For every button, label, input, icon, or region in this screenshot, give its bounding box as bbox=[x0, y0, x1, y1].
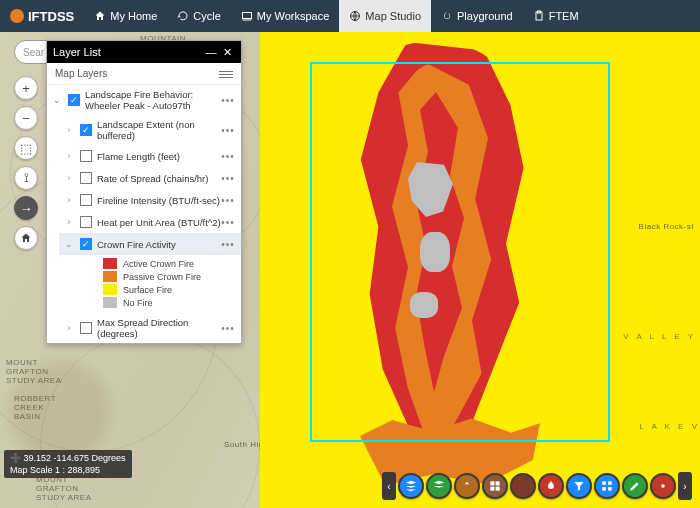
locate-button[interactable]: ⟟ bbox=[14, 166, 38, 190]
nav-cycle-label: Cycle bbox=[193, 10, 221, 22]
layer-row-ros[interactable]: › Rate of Spread (chains/hr) ••• bbox=[59, 167, 241, 189]
nav-playground[interactable]: Playground bbox=[431, 0, 523, 32]
dock-buttons bbox=[398, 473, 676, 499]
coordinate-readout: ➕ 39.152 -114.675 Degrees Map Scale 1 : … bbox=[4, 450, 132, 478]
layer-row-extent[interactable]: › Landscape Extent (non buffered) ••• bbox=[59, 115, 241, 145]
layer-label: Fireline Intensity (BTU/ft-sec) bbox=[97, 195, 221, 206]
swatch-surface bbox=[103, 284, 117, 295]
layer-row-hpua[interactable]: › Heat per Unit Area (BTU/ft^2) ••• bbox=[59, 211, 241, 233]
collapse-icon[interactable]: ⌄ bbox=[51, 95, 63, 105]
layer-more-icon[interactable]: ••• bbox=[221, 125, 235, 136]
map-label: MOUNT GRAFTON STUDY AREA bbox=[36, 475, 92, 502]
layer-more-icon[interactable]: ••• bbox=[221, 217, 235, 228]
zoom-in-button[interactable]: + bbox=[14, 76, 38, 100]
nav-workspace[interactable]: My Workspace bbox=[231, 0, 340, 32]
measure-tool[interactable] bbox=[510, 473, 536, 499]
layer-more-icon[interactable]: ••• bbox=[221, 239, 235, 250]
layers-tool[interactable] bbox=[398, 473, 424, 499]
layer-row-crownfire[interactable]: ⌄ Crown Fire Activity ••• bbox=[59, 233, 241, 255]
map-label: MOUNT GRAFTON STUDY AREA bbox=[6, 358, 62, 385]
layer-checkbox[interactable] bbox=[80, 238, 92, 250]
settings-tool[interactable] bbox=[650, 473, 676, 499]
layer-more-icon[interactable]: ••• bbox=[221, 195, 235, 206]
expand-icon[interactable]: › bbox=[63, 323, 75, 333]
svg-rect-5 bbox=[496, 481, 500, 485]
panel-title: Layer List bbox=[53, 46, 101, 58]
layer-more-icon[interactable]: ••• bbox=[221, 323, 235, 334]
close-icon[interactable]: ✕ bbox=[219, 46, 235, 59]
layer-label: Rate of Spread (chains/hr) bbox=[97, 173, 221, 184]
nav-home[interactable]: My Home bbox=[84, 0, 167, 32]
swatch-nofire bbox=[103, 297, 117, 308]
expand-icon[interactable]: › bbox=[63, 217, 75, 227]
collapse-icon[interactable]: ⌄ bbox=[63, 239, 75, 249]
basemap-tool[interactable] bbox=[482, 473, 508, 499]
layer-checkbox[interactable] bbox=[80, 172, 92, 184]
layer-checkbox[interactable] bbox=[80, 150, 92, 162]
nav-workspace-label: My Workspace bbox=[257, 10, 330, 22]
next-extent-button[interactable]: → bbox=[14, 196, 38, 220]
layer-checkbox[interactable] bbox=[68, 94, 80, 106]
top-nav: IFTDSS My Home Cycle My Workspace Map St… bbox=[0, 0, 700, 32]
svg-rect-7 bbox=[496, 487, 500, 491]
coord-line: ➕ 39.152 -114.675 Degrees bbox=[10, 452, 126, 464]
zoom-out-button[interactable]: − bbox=[14, 106, 38, 130]
layer-label: Landscape Fire Behavior: Wheeler Peak - … bbox=[85, 89, 221, 111]
expand-icon[interactable]: › bbox=[63, 125, 75, 135]
panel-subtitle: Map Layers bbox=[55, 68, 107, 79]
nav-mapstudio-label: Map Studio bbox=[365, 10, 421, 22]
panel-subheader: Map Layers bbox=[47, 63, 241, 85]
landscape-tool[interactable] bbox=[426, 473, 452, 499]
minimize-icon[interactable]: — bbox=[203, 46, 219, 58]
expand-icon[interactable]: › bbox=[63, 195, 75, 205]
home-icon bbox=[94, 10, 106, 22]
layer-checkbox[interactable] bbox=[80, 322, 92, 334]
expand-icon[interactable]: › bbox=[63, 173, 75, 183]
crownfire-legend: Active Crown Fire Passive Crown Fire Sur… bbox=[59, 255, 241, 313]
flame-icon bbox=[441, 10, 453, 22]
clipboard-icon bbox=[533, 10, 545, 22]
layer-list-panel: Layer List — ✕ Map Layers ⌄ Landscape Fi… bbox=[46, 40, 242, 344]
panel-menu-icon[interactable] bbox=[219, 69, 233, 79]
scale-line: Map Scale 1 : 288,895 bbox=[10, 464, 126, 476]
layer-checkbox[interactable] bbox=[80, 194, 92, 206]
svg-rect-6 bbox=[490, 487, 494, 491]
svg-rect-10 bbox=[602, 487, 606, 491]
default-extent-button[interactable]: ⬚ bbox=[14, 136, 38, 160]
legend-item: Active Crown Fire bbox=[103, 257, 241, 270]
swatch-passive bbox=[103, 271, 117, 282]
legend-item: No Fire bbox=[103, 296, 241, 309]
dock-scroll-left[interactable]: ‹ bbox=[382, 472, 396, 500]
nav-cycle[interactable]: Cycle bbox=[167, 0, 231, 32]
svg-rect-0 bbox=[242, 13, 251, 19]
map-controls: + − ⬚ ⟟ → bbox=[14, 76, 38, 250]
layer-row-flamelength[interactable]: › Flame Length (feet) ••• bbox=[59, 145, 241, 167]
nav-ftem[interactable]: FTEM bbox=[523, 0, 589, 32]
layer-checkbox[interactable] bbox=[80, 216, 92, 228]
upload-tool[interactable] bbox=[454, 473, 480, 499]
grid-tool[interactable] bbox=[594, 473, 620, 499]
filter-tool[interactable] bbox=[566, 473, 592, 499]
layer-row-fireline[interactable]: › Fireline Intensity (BTU/ft-sec) ••• bbox=[59, 189, 241, 211]
dock-scroll-right[interactable]: › bbox=[678, 472, 692, 500]
aoi-extent bbox=[310, 62, 610, 442]
layer-more-icon[interactable]: ••• bbox=[221, 173, 235, 184]
panel-header[interactable]: Layer List — ✕ bbox=[47, 41, 241, 63]
nav-ftem-label: FTEM bbox=[549, 10, 579, 22]
edit-tool[interactable] bbox=[622, 473, 648, 499]
expand-icon[interactable]: › bbox=[63, 151, 75, 161]
layer-checkbox[interactable] bbox=[80, 124, 92, 136]
layer-more-icon[interactable]: ••• bbox=[221, 95, 235, 106]
layer-label: Crown Fire Activity bbox=[97, 239, 221, 250]
layer-row-fire-behavior[interactable]: ⌄ Landscape Fire Behavior: Wheeler Peak … bbox=[47, 85, 241, 115]
home-extent-button[interactable] bbox=[14, 226, 38, 250]
layer-label: Heat per Unit Area (BTU/ft^2) bbox=[97, 217, 221, 228]
layer-label: Landscape Extent (non buffered) bbox=[97, 119, 221, 141]
cycle-icon bbox=[177, 10, 189, 22]
nav-mapstudio[interactable]: Map Studio bbox=[339, 0, 431, 32]
layer-row-maxspread[interactable]: › Max Spread Direction (degrees) ••• bbox=[59, 313, 241, 343]
globe-icon bbox=[349, 10, 361, 22]
swatch-active bbox=[103, 258, 117, 269]
fire-tool[interactable] bbox=[538, 473, 564, 499]
layer-more-icon[interactable]: ••• bbox=[221, 151, 235, 162]
